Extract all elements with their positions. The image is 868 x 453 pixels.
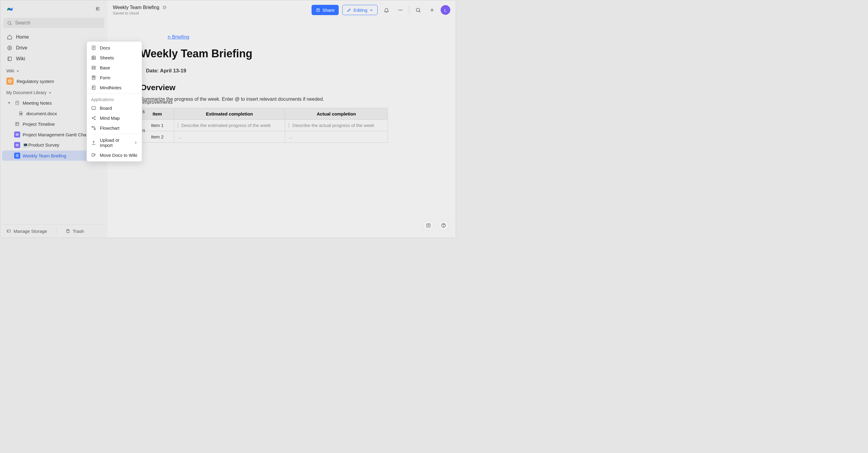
- grid-icon: [14, 121, 20, 127]
- table-cell[interactable]: Describe the estimated progress of the w…: [174, 120, 285, 131]
- reference-link[interactable]: n Briefing: [168, 34, 189, 40]
- table-cell[interactable]: ...: [285, 131, 388, 143]
- svg-point-62: [94, 119, 95, 120]
- menu-form[interactable]: Form: [87, 73, 142, 83]
- menu-label: Upload or Import: [100, 138, 130, 148]
- nav-drive-label: Drive: [16, 45, 27, 51]
- progress-table: Item Estimated completion Actual complet…: [141, 108, 388, 143]
- plus-icon: [429, 7, 435, 13]
- table-cell[interactable]: Describe the actual progress of the week: [285, 120, 388, 131]
- trash-button[interactable]: Trash: [65, 229, 84, 234]
- partial-text: improvements: [142, 99, 173, 105]
- menu-board[interactable]: Board: [87, 103, 142, 113]
- share-button[interactable]: Share: [312, 5, 339, 15]
- menu-label: MindNotes: [100, 85, 122, 90]
- svg-point-5: [7, 46, 12, 50]
- svg-rect-52: [92, 86, 95, 90]
- drive-icon: [7, 45, 12, 51]
- library-section-label: My Document Library: [6, 90, 46, 95]
- bell-icon: [384, 7, 390, 13]
- svg-rect-57: [92, 107, 96, 110]
- svg-rect-7: [8, 57, 11, 61]
- more-button[interactable]: [395, 5, 405, 15]
- menu-sheets[interactable]: Sheets: [87, 53, 142, 63]
- menu-label: Mind Map: [100, 116, 120, 121]
- help-icon: [441, 223, 446, 228]
- svg-rect-49: [92, 76, 95, 80]
- table-header: Estimated completion: [174, 108, 285, 120]
- new-button[interactable]: [427, 5, 437, 15]
- tree-label: Weekly Team Briefing: [23, 153, 66, 158]
- user-avatar[interactable]: L: [441, 5, 450, 15]
- search-placeholder: Search: [15, 20, 30, 26]
- divider: [409, 6, 409, 14]
- menu-separator: [87, 93, 142, 94]
- save-status: Saved to cloud: [113, 11, 308, 16]
- trash-label: Trash: [73, 229, 84, 234]
- topbar: Weekly Team Briefing Saved to cloud Shar…: [107, 0, 456, 20]
- manage-storage-button[interactable]: Manage Storage: [6, 229, 47, 234]
- menu-label: Board: [100, 105, 112, 111]
- search-button[interactable]: [413, 5, 423, 15]
- editing-label: Editing: [353, 7, 367, 13]
- help-button[interactable]: [438, 220, 449, 231]
- svg-point-61: [94, 116, 95, 117]
- search-icon: [415, 7, 421, 13]
- wiki-icon: [7, 56, 12, 62]
- app-logo: [6, 4, 14, 13]
- form-icon: [91, 75, 96, 80]
- menu-docs[interactable]: Docs: [87, 43, 142, 53]
- menu-mindnotes[interactable]: MindNotes: [87, 83, 142, 93]
- menu-label: Form: [100, 75, 111, 80]
- mindnotes-icon: [91, 85, 96, 90]
- table-cell[interactable]: Item 1: [141, 120, 174, 131]
- tree-label: 💻Product Survey: [23, 142, 59, 148]
- mindmap-icon: [91, 116, 96, 121]
- nav-home[interactable]: Home: [0, 32, 107, 42]
- search-input[interactable]: Search: [3, 18, 104, 28]
- editing-mode-button[interactable]: Editing: [342, 5, 378, 15]
- sheets-icon: [91, 55, 96, 60]
- table-cell[interactable]: ...: [174, 131, 285, 143]
- search-icon: [7, 21, 12, 26]
- svg-point-35: [416, 8, 420, 11]
- menu-move-to-wiki[interactable]: Move Docs to Wiki: [87, 150, 142, 160]
- svg-point-32: [398, 10, 399, 10]
- pin-icon[interactable]: [162, 5, 167, 10]
- dots-icon: [398, 7, 403, 13]
- svg-point-33: [400, 10, 401, 10]
- regulatory-label: Regulatory system: [17, 79, 54, 84]
- wiki-section-label: Wiki: [6, 68, 14, 73]
- date-callout: Date: April 13-19: [141, 67, 388, 75]
- tree-label: Meeting Notes: [23, 100, 52, 105]
- menu-base[interactable]: Base: [87, 63, 142, 73]
- menu-mindmap[interactable]: Mind Map: [87, 113, 142, 123]
- menu-separator: [87, 134, 142, 134]
- doc-icon: [14, 153, 20, 159]
- toc-button[interactable]: [423, 220, 434, 231]
- document-content[interactable]: n Briefing Weekly Team Briefing Date: Ap…: [107, 20, 456, 238]
- divider: [56, 228, 56, 234]
- chevron-right-icon: [134, 141, 137, 145]
- svg-point-34: [401, 10, 402, 10]
- menu-flowchart[interactable]: Flowchart: [87, 123, 142, 133]
- chevron-down-icon: [16, 69, 20, 73]
- flowchart-icon: [91, 125, 96, 130]
- page-title: Weekly Team Briefing: [141, 47, 388, 60]
- menu-upload[interactable]: Upload or Import: [87, 135, 142, 150]
- avatar-initial: L: [444, 7, 447, 13]
- nav-wiki-label: Wiki: [16, 56, 25, 62]
- svg-rect-47: [92, 66, 95, 67]
- expand-arrow[interactable]: ▼: [7, 101, 12, 104]
- svg-line-64: [93, 118, 95, 119]
- collapse-sidebar-button[interactable]: [93, 4, 102, 13]
- table-header: Actual completion: [285, 108, 388, 120]
- menu-label: Move Docs to Wiki: [100, 153, 137, 158]
- home-icon: [7, 34, 12, 40]
- svg-rect-48: [92, 68, 95, 69]
- table-cell[interactable]: Item 2: [141, 131, 174, 143]
- notifications-button[interactable]: [381, 5, 392, 15]
- base-icon: [91, 65, 96, 70]
- move-icon: [91, 153, 96, 158]
- menu-label: Sheets: [100, 55, 114, 60]
